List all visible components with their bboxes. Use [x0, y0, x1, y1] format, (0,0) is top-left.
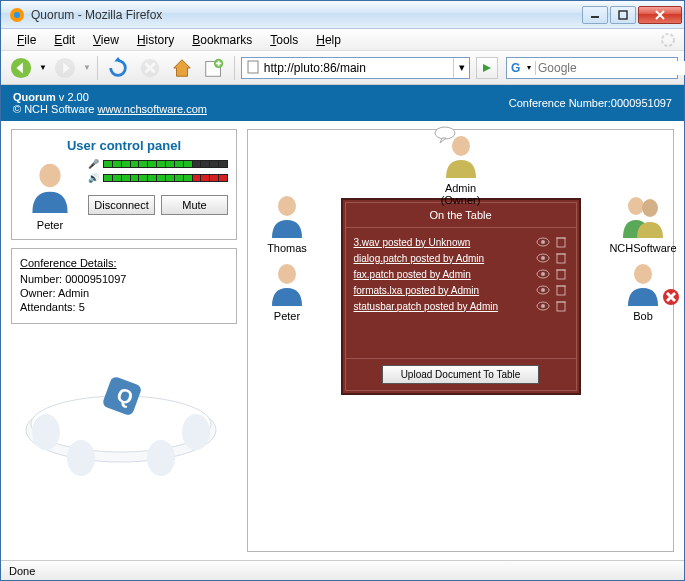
window-title: Quorum - Mozilla Firefox — [31, 8, 582, 22]
delete-icon[interactable] — [554, 236, 568, 248]
view-icon[interactable] — [536, 268, 550, 280]
app-name: Quorum — [13, 91, 56, 103]
participant-label: Admin (Owner) — [426, 182, 496, 206]
app-header: Quorum v 2.00 © NCH Software www.nchsoft… — [1, 85, 684, 121]
table-row: fax.patch posted by Admin — [354, 266, 568, 282]
menu-edit[interactable]: Edit — [46, 31, 83, 49]
svg-point-28 — [147, 440, 175, 476]
svg-point-27 — [67, 440, 95, 476]
svg-rect-41 — [557, 238, 565, 247]
forward-button[interactable] — [51, 54, 79, 82]
view-icon[interactable] — [536, 252, 550, 264]
app-icon — [9, 7, 25, 23]
menu-history[interactable]: History — [129, 31, 182, 49]
svg-point-6 — [662, 34, 674, 46]
delete-icon[interactable] — [554, 268, 568, 280]
svg-rect-49 — [557, 270, 565, 279]
toolbar: ▼ ▼ ▾ G▾ — [1, 51, 684, 85]
conf-number-value: 0000951097 — [65, 273, 126, 285]
input-meter — [103, 160, 228, 168]
participant-peter[interactable]: Peter — [252, 260, 322, 322]
menu-file[interactable]: File — [9, 31, 44, 49]
participant-label: Thomas — [267, 242, 307, 254]
svg-point-31 — [278, 196, 296, 216]
menu-view[interactable]: View — [85, 31, 127, 49]
disconnect-button[interactable]: Disconnect — [88, 195, 155, 215]
ucp-avatar: Peter — [20, 159, 80, 231]
svg-point-40 — [541, 240, 545, 244]
back-dropdown[interactable]: ▼ — [39, 63, 47, 72]
on-the-table-panel: On the Table 3.wav posted by Unknown dia… — [341, 198, 581, 395]
file-link[interactable]: formats.lxa posted by Admin — [354, 285, 532, 296]
view-icon[interactable] — [536, 236, 550, 248]
stop-button[interactable] — [136, 54, 164, 82]
home-button[interactable] — [168, 54, 196, 82]
search-input[interactable] — [536, 61, 685, 75]
conference-room: Admin (Owner) Thomas Peter NCHSoftware B… — [247, 129, 674, 552]
file-link[interactable]: dialog.patch posted by Admin — [354, 253, 532, 264]
conf-attendants-label: Attendants: — [20, 301, 79, 313]
user-control-panel: User control panel Peter 🎤 🔊 Disconnect … — [11, 129, 237, 240]
conf-owner-label: Owner: — [20, 287, 58, 299]
upload-document-button[interactable]: Upload Document To Table — [382, 365, 540, 384]
menu-help[interactable]: Help — [308, 31, 349, 49]
svg-point-56 — [541, 304, 545, 308]
mic-icon: 🎤 — [88, 159, 99, 169]
file-link[interactable]: fax.patch posted by Admin — [354, 269, 532, 280]
search-bar[interactable]: G▾ — [506, 57, 678, 79]
svg-rect-57 — [557, 302, 565, 311]
content: User control panel Peter 🎤 🔊 Disconnect … — [1, 121, 684, 560]
table-row: formats.lxa posted by Admin — [354, 282, 568, 298]
conference-table-image: Q — [11, 340, 237, 552]
forward-dropdown[interactable]: ▼ — [83, 63, 91, 72]
table-title: On the Table — [346, 203, 576, 228]
participant-bob[interactable]: Bob — [608, 260, 678, 322]
delete-icon[interactable] — [554, 284, 568, 296]
back-button[interactable] — [7, 54, 35, 82]
svg-rect-3 — [619, 11, 627, 19]
svg-point-48 — [541, 272, 545, 276]
company-link[interactable]: www.nchsoftware.com — [98, 103, 207, 115]
conference-details: Conference Details: Number: 0000951097 O… — [11, 248, 237, 324]
address-input[interactable] — [264, 61, 453, 75]
svg-rect-53 — [557, 286, 565, 295]
minimize-button[interactable] — [582, 6, 608, 24]
titlebar: Quorum - Mozilla Firefox — [1, 1, 684, 29]
svg-rect-16 — [248, 61, 258, 73]
new-tab-button[interactable] — [200, 54, 228, 82]
conf-number-label: Number: — [20, 273, 65, 285]
svg-point-1 — [14, 12, 20, 18]
view-icon[interactable] — [536, 284, 550, 296]
search-engine-selector[interactable]: G▾ — [507, 61, 536, 75]
address-dropdown[interactable]: ▾ — [453, 58, 469, 78]
view-icon[interactable] — [536, 300, 550, 312]
menubar: File Edit View History Bookmarks Tools H… — [1, 29, 684, 51]
conf-details-heading: Conference Details: — [20, 257, 228, 269]
output-meter — [103, 174, 228, 182]
menu-tools[interactable]: Tools — [262, 31, 306, 49]
delete-icon[interactable] — [554, 300, 568, 312]
address-bar[interactable]: ▾ — [241, 57, 470, 79]
table-row: 3.wav posted by Unknown — [354, 234, 568, 250]
menu-bookmarks[interactable]: Bookmarks — [184, 31, 260, 49]
svg-point-33 — [628, 197, 644, 215]
maximize-button[interactable] — [610, 6, 636, 24]
conf-number: 0000951097 — [611, 97, 672, 109]
reload-button[interactable] — [104, 54, 132, 82]
status-text: Done — [9, 565, 35, 577]
participant-label: NCHSoftware — [609, 242, 676, 254]
delete-icon[interactable] — [554, 252, 568, 264]
remove-icon[interactable] — [662, 288, 680, 308]
file-link[interactable]: 3.wav posted by Unknown — [354, 237, 532, 248]
conf-number-label: Conference Number: — [509, 97, 611, 109]
mute-button[interactable]: Mute — [161, 195, 228, 215]
participant-nchsoftware[interactable]: NCHSoftware — [608, 192, 678, 254]
table-row: statusbar.patch posted by Admin — [354, 298, 568, 314]
app-version: v 2.00 — [59, 91, 89, 103]
file-link[interactable]: statusbar.patch posted by Admin — [354, 301, 532, 312]
participant-thomas[interactable]: Thomas — [252, 192, 322, 254]
svg-point-34 — [642, 199, 658, 217]
go-button[interactable] — [476, 57, 498, 79]
participant-admin[interactable]: Admin (Owner) — [426, 132, 496, 206]
close-button[interactable] — [638, 6, 682, 24]
